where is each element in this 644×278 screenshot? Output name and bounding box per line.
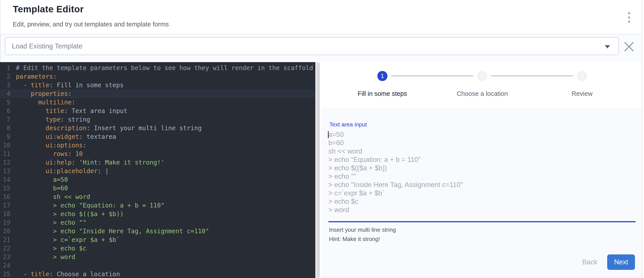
step-circle-2: 2 <box>477 71 487 81</box>
line-number: 25 <box>0 270 10 278</box>
line-number: 16 <box>0 193 10 201</box>
multiline-textarea[interactable]: a=50b=60sh << word> echo "Equation: a + … <box>328 130 636 219</box>
line-number: 12 <box>0 158 10 167</box>
textarea-placeholder-line: > echo "" <box>328 172 636 181</box>
textarea-placeholder-line: a=50 <box>328 130 636 139</box>
line-number: 10 <box>0 141 10 150</box>
line-number: 21 <box>0 236 10 244</box>
code-line: 7 type: string <box>0 115 316 124</box>
text-cursor <box>328 131 328 138</box>
code-line: 24 <box>0 261 316 270</box>
field-description: Insert your multi line string <box>329 227 396 233</box>
step-circle-3: 3 <box>577 71 587 81</box>
textarea-placeholder-line: > echo "Equation: a + b = 110" <box>328 156 636 164</box>
kebab-vertical-icon <box>628 12 630 14</box>
textarea-placeholder-line: sh << word <box>328 147 636 156</box>
code-line: 25 - title: Choose a location <box>0 270 316 278</box>
more-options-button[interactable] <box>623 10 635 25</box>
line-number: 5 <box>0 98 10 107</box>
line-number: 6 <box>0 107 10 115</box>
load-existing-template-select[interactable]: Load Existing Template <box>5 37 619 55</box>
line-number: 14 <box>0 175 10 184</box>
yaml-code-editor[interactable]: 1# Edit the template parameters below to… <box>0 62 316 278</box>
chevron-down-icon <box>605 45 610 48</box>
step-connector <box>491 76 573 76</box>
code-line: 18 > echo $(($a + $b)) <box>0 210 316 218</box>
line-number: 19 <box>0 218 10 227</box>
step-label-1: Fill in some steps <box>343 90 422 97</box>
textarea-placeholder-line: > echo "Inside Here Tag, Assignment c=11… <box>328 181 636 189</box>
code-line: 5 multiline: <box>0 98 316 107</box>
code-line: 14 a=50 <box>0 175 316 184</box>
code-line: 21 > c=`expr $a + $b` <box>0 236 316 244</box>
code-line: 13 ui:placeholder: | <box>0 167 316 175</box>
code-line: 3 - title: Fill in some steps <box>0 81 316 89</box>
back-button[interactable]: Back <box>574 255 605 270</box>
code-line: 23 > word <box>0 253 316 261</box>
line-number: 2 <box>0 72 10 81</box>
code-line: 20 > echo "Inside Here Tag, Assignment c… <box>0 227 316 236</box>
line-number: 18 <box>0 210 10 218</box>
textarea-placeholder-line: > word <box>328 206 636 214</box>
line-number: 23 <box>0 253 10 261</box>
code-line: 1# Edit the template parameters below to… <box>0 64 316 72</box>
right-border <box>642 0 642 278</box>
line-number: 9 <box>0 132 10 141</box>
step-label-3: Review <box>542 90 622 97</box>
line-number: 20 <box>0 227 10 236</box>
line-number: 15 <box>0 184 10 193</box>
line-number: 3 <box>0 81 10 89</box>
load-template-toolbar: Load Existing Template <box>0 35 642 62</box>
textarea-placeholder-line: > c=`expr $a + $b` <box>328 189 636 197</box>
textarea-placeholder-line: b=60 <box>328 139 636 147</box>
preview-pane: 1Fill in some steps2Choose a location3Re… <box>320 62 642 278</box>
line-number: 1 <box>0 64 10 72</box>
step-label-2: Choose a location <box>442 90 522 97</box>
page-subtitle: Edit, preview, and try out templates and… <box>13 21 169 28</box>
code-line: 17 > echo "Equation: a + b = 110" <box>0 201 316 210</box>
code-line: 9 ui:widget: textarea <box>0 132 316 141</box>
code-line: 6 title: Text area input <box>0 107 316 115</box>
line-number: 7 <box>0 115 10 124</box>
code-line: 19 > echo "" <box>0 218 316 227</box>
textarea-placeholder-line: > echo $(($a + $b)) <box>328 164 636 172</box>
close-icon <box>623 40 635 53</box>
code-line: 11 rows: 10 <box>0 150 316 158</box>
line-number: 24 <box>0 261 10 270</box>
code-line: 22 > echo $c <box>0 244 316 253</box>
step-connector <box>391 76 473 76</box>
step-circle-1: 1 <box>377 71 388 81</box>
form-panel: Text area input a=50b=60sh << word> echo… <box>321 108 642 278</box>
code-line: 16 sh << word <box>0 193 316 201</box>
code-line: 2parameters: <box>0 72 316 81</box>
line-number: 8 <box>0 124 10 132</box>
select-placeholder: Load Existing Template <box>12 42 82 50</box>
code-line: 4 properties: <box>0 89 316 98</box>
textarea-placeholder-line: > echo $c <box>328 197 636 206</box>
line-number: 17 <box>0 201 10 210</box>
next-button[interactable]: Next <box>607 255 635 270</box>
editor-scrollbar[interactable] <box>316 62 320 278</box>
field-hint: Hint: Make it strong! <box>329 236 380 243</box>
line-number: 22 <box>0 244 10 253</box>
line-number: 13 <box>0 167 10 175</box>
field-focus-underline <box>328 221 636 222</box>
code-line: 15 b=60 <box>0 184 316 193</box>
clear-selection-button[interactable] <box>623 40 635 53</box>
template-editor-app: Template Editor Edit, preview, and try o… <box>0 0 644 278</box>
code-line: 12 ui:help: 'Hint: Make it strong!' <box>0 158 316 167</box>
page-title: Template Editor <box>13 4 84 14</box>
code-line: 8 description: Insert your multi line st… <box>0 124 316 132</box>
code-line: 10 ui:options: <box>0 141 316 150</box>
field-label: Text area input <box>329 121 367 128</box>
page-header: Template Editor Edit, preview, and try o… <box>0 0 642 34</box>
line-number: 4 <box>0 89 10 98</box>
line-number: 11 <box>0 150 10 158</box>
